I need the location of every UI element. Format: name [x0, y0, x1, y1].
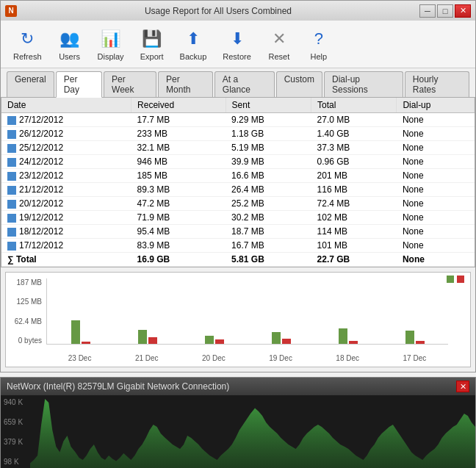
table-row: 25/12/2012 32.1 MB 5.19 MB 37.3 MB None — [1, 141, 475, 155]
total-total: 22.7 GB — [311, 253, 397, 267]
toolbar-users-button[interactable]: 👥 Users — [51, 24, 88, 65]
chart-y-label: 62.4 MB — [9, 317, 42, 325]
cell-received: 233 MB — [131, 127, 226, 141]
refresh-icon: ↻ — [15, 27, 39, 51]
chart-legend — [447, 276, 464, 283]
table-header-row: Date Received Sent Total Dial-up — [1, 98, 475, 113]
window-title: Usage Report for All Users Combined — [17, 6, 419, 16]
cell-date: 25/12/2012 — [1, 141, 131, 155]
monitor-graph: 940 K659 K379 K98 K — [1, 395, 475, 468]
cell-received: 83.9 MB — [131, 239, 226, 253]
tab-hourly[interactable]: Hourly Rates — [405, 71, 469, 97]
graph-y-label: 379 K — [4, 438, 23, 446]
data-table: Date Received Sent Total Dial-up 27/12/2… — [1, 98, 475, 267]
cell-received: 17.7 MB — [131, 113, 226, 127]
toolbar-display-button[interactable]: 📊 Display — [91, 24, 131, 65]
cell-dialup: None — [397, 211, 475, 225]
backup-icon: ⬆ — [181, 27, 205, 51]
bar-sent — [82, 342, 90, 344]
tab-per-week[interactable]: Per Week — [104, 71, 156, 97]
total-sent: 5.81 GB — [226, 253, 311, 267]
svg-marker-0 — [30, 399, 475, 468]
graph-y-label: 940 K — [4, 398, 23, 406]
chart-bar-group — [71, 320, 90, 344]
cell-dialup: None — [397, 183, 475, 197]
chart-y-label: 125 MB — [9, 298, 42, 306]
cell-dialup: None — [397, 239, 475, 253]
toolbar-refresh-button[interactable]: ↻ Refresh — [7, 24, 48, 65]
graph-y-label: 659 K — [4, 418, 23, 426]
cell-date: 17/12/2012 — [1, 239, 131, 253]
users-icon: 👥 — [58, 27, 82, 51]
cell-received: 89.3 MB — [131, 183, 226, 197]
monitor-close-button[interactable]: ✕ — [456, 381, 469, 392]
cell-total: 27.0 MB — [311, 113, 397, 127]
total-label: ∑ Total — [1, 253, 131, 267]
cell-sent: 16.6 MB — [226, 169, 311, 183]
refresh-label: Refresh — [13, 52, 42, 61]
toolbar-restore-button[interactable]: ⬇ Restore — [216, 24, 258, 65]
chart-bar-group — [272, 332, 291, 344]
tab-per-day[interactable]: Per Day — [56, 71, 102, 98]
total-received: 16.9 GB — [131, 253, 226, 267]
chart-bars — [46, 278, 448, 345]
cell-received: 946 MB — [131, 155, 226, 169]
cell-total: 101 MB — [311, 239, 397, 253]
cell-received: 32.1 MB — [131, 141, 226, 155]
tab-dialup[interactable]: Dial-up Sessions — [324, 71, 403, 97]
chart-x-labels: 23 Dec21 Dec20 Dec19 Dec18 Dec17 Dec — [46, 354, 448, 362]
tab-custom[interactable]: Custom — [276, 71, 322, 97]
chart-x-label: 17 Dec — [403, 354, 427, 362]
close-button[interactable]: ✕ — [455, 4, 471, 18]
help-label: Help — [311, 52, 328, 61]
window-controls: ─ □ ✕ — [419, 4, 471, 18]
minimize-button[interactable]: ─ — [419, 4, 436, 18]
bar-received — [339, 328, 347, 344]
chart-x-label: 20 Dec — [202, 354, 226, 362]
toolbar-reset-button[interactable]: ✕ Reset — [261, 24, 298, 65]
bar-stack — [71, 320, 90, 344]
cell-dialup: None — [397, 127, 475, 141]
cell-sent: 1.18 GB — [226, 127, 311, 141]
cell-date: 19/12/2012 — [1, 211, 131, 225]
cell-dialup: None — [397, 197, 475, 211]
bar-sent — [282, 339, 291, 344]
table-total-row: ∑ Total 16.9 GB 5.81 GB 22.7 GB None — [1, 253, 475, 267]
tab-at-a-glance[interactable]: At a Glance — [214, 71, 275, 97]
tab-bar: GeneralPer DayPer WeekPer MonthAt a Glan… — [1, 68, 475, 98]
toolbar-backup-button[interactable]: ⬆ Backup — [173, 24, 214, 65]
cell-received: 185 MB — [131, 169, 226, 183]
table-row: 20/12/2012 47.2 MB 25.2 MB 72.4 MB None — [1, 197, 475, 211]
table-row: 23/12/2012 185 MB 16.6 MB 201 MB None — [1, 169, 475, 183]
tab-per-month[interactable]: Per Month — [158, 71, 213, 97]
table-row: 21/12/2012 89.3 MB 26.4 MB 116 MB None — [1, 183, 475, 197]
tab-general[interactable]: General — [7, 71, 54, 97]
title-bar: N Usage Report for All Users Combined ─ … — [0, 0, 476, 21]
users-label: Users — [59, 52, 80, 61]
bar-stack — [339, 328, 358, 344]
export-label: Export — [140, 52, 164, 61]
cell-total: 1.40 GB — [311, 127, 397, 141]
col-received: Received — [131, 98, 226, 113]
cell-dialup: None — [397, 225, 475, 239]
chart-bar-group — [205, 336, 224, 344]
toolbar-export-button[interactable]: 💾 Export — [134, 24, 170, 65]
maximize-button[interactable]: □ — [437, 4, 453, 18]
chart-x-label: 18 Dec — [336, 354, 359, 362]
display-label: Display — [98, 52, 124, 61]
cell-sent: 26.4 MB — [226, 183, 311, 197]
col-date: Date — [1, 98, 131, 113]
chart-bar-group — [339, 328, 358, 344]
bar-received — [272, 332, 281, 344]
chart-y-label: 187 MB — [9, 278, 42, 287]
chart-bar-group — [138, 330, 157, 344]
cell-date: 24/12/2012 — [1, 155, 131, 169]
restore-icon: ⬇ — [226, 27, 249, 51]
reset-label: Reset — [268, 52, 289, 61]
network-monitor: NetWorx (Intel(R) 82579LM Gigabit Networ… — [0, 377, 476, 468]
toolbar-help-button[interactable]: ? Help — [300, 24, 337, 65]
help-icon: ? — [307, 27, 331, 51]
chart-x-label: 19 Dec — [269, 354, 292, 362]
chart-bar-group — [405, 331, 425, 344]
cell-sent: 9.29 MB — [226, 113, 311, 127]
